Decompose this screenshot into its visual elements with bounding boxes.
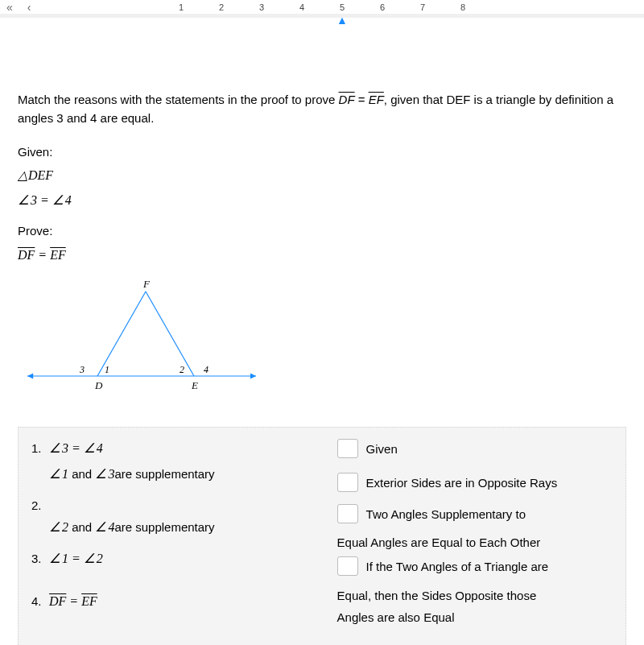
reason-3b: Equal Angles are Equal to Each Other — [337, 533, 613, 552]
nav-1[interactable]: 1 — [178, 2, 184, 12]
reason-input-3[interactable] — [337, 504, 358, 523]
nav-7[interactable]: 7 — [419, 2, 426, 12]
proof-table: 1. 3 = 4 1 and 3are supplementary 2. 2 a… — [18, 427, 626, 645]
prove-statement: DF = EF — [18, 246, 626, 266]
reason-input-4[interactable] — [337, 556, 358, 576]
reason-4b: Equal, then the Sides Opposite those — [337, 586, 613, 605]
nav-5[interactable]: 5▲ — [339, 2, 345, 12]
reasons-column: Given Exterior Sides are in Opposite Ray… — [337, 439, 613, 635]
nav-3[interactable]: 3 — [258, 2, 265, 12]
vertex-E: E — [191, 379, 198, 391]
current-marker-icon: ▲ — [336, 14, 348, 27]
nav-numbers: 1 2 3 4 5▲ 6 7 8 — [0, 2, 644, 12]
statement-2b: 2 and 4are supplementary — [49, 518, 321, 538]
instruction-line2: angles 3 and 4 are equal. — [18, 111, 154, 125]
given-triangle: DEF — [18, 166, 626, 186]
reason-1: Given — [337, 439, 613, 459]
angle-3: 3 — [79, 364, 85, 375]
instruction-line1: Match the reasons with the statements in… — [18, 93, 613, 106]
given-angles: 3 = 4 — [18, 191, 626, 211]
angle-4: 4 — [204, 364, 208, 375]
reason-input-2[interactable] — [337, 473, 358, 492]
question-nav: « ‹ 1 2 3 4 5▲ 6 7 8 — [0, 0, 644, 18]
reason-4c: Angles are also Equal — [337, 608, 613, 626]
reason-3: Two Angles Supplementary to — [337, 504, 613, 524]
vertex-D: D — [94, 379, 103, 391]
statement-2: 2. — [31, 496, 321, 515]
reason-4: If the Two Angles of a Triangle are — [337, 556, 613, 577]
nav-2[interactable]: 2 — [218, 2, 225, 12]
statement-1: 1. 3 = 4 — [31, 439, 321, 459]
statement-4: 4. DF = EF — [31, 592, 321, 612]
angle-1: 1 — [105, 364, 109, 375]
reason-2: Exterior Sides are in Opposite Rays — [337, 473, 613, 493]
nav-6[interactable]: 6 — [379, 2, 386, 12]
prove-label: Prove: — [18, 221, 626, 240]
nav-4[interactable]: 4 — [299, 2, 305, 12]
nav-8[interactable]: 8 — [460, 2, 466, 12]
triangle-figure: F D E 3 1 2 4 — [21, 279, 626, 405]
statement-3: 3. 1 = 2 — [31, 549, 321, 569]
statements-column: 1. 3 = 4 1 and 3are supplementary 2. 2 a… — [31, 439, 321, 635]
question-body: Match the reasons with the statements in… — [0, 18, 644, 645]
statement-1b: 1 and 3are supplementary — [49, 465, 321, 485]
reason-input-1[interactable] — [337, 439, 358, 458]
angle-2: 2 — [180, 364, 184, 375]
svg-line-2 — [146, 291, 194, 376]
given-label: Given: — [18, 143, 626, 161]
vertex-F: F — [142, 279, 151, 290]
instruction: Match the reasons with the statements in… — [18, 90, 626, 128]
